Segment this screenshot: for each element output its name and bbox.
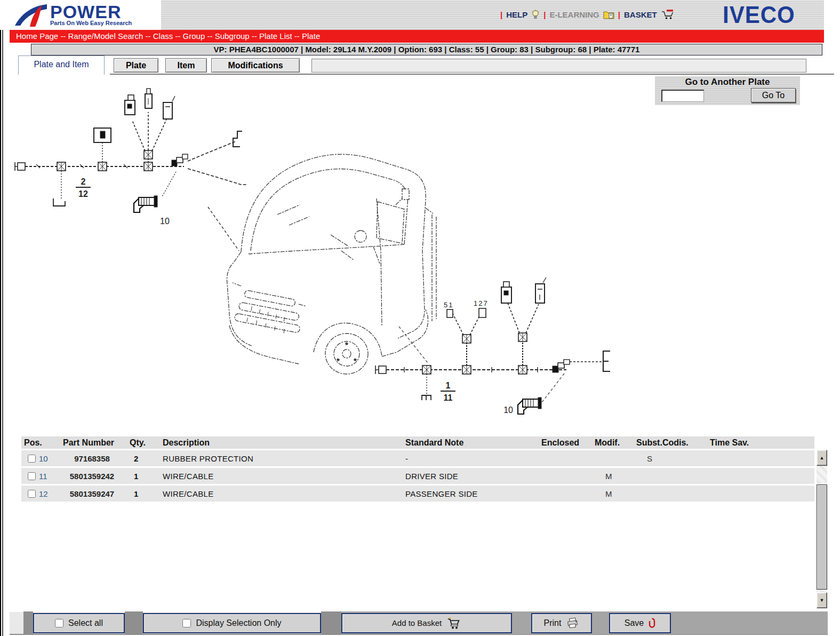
parts-table: Pos. Part Number Qty. Description Standa… [21,436,814,503]
left-fraction-denominator: 12 [78,189,88,198]
col-enclosed: Enclosed [537,438,590,448]
print-label: Print [544,618,562,628]
modif: M [590,489,632,498]
subst-codis: S [632,454,706,463]
power-swoosh-icon [14,3,48,28]
branch-tag-right: 127 [474,299,489,307]
left-harness [15,89,246,251]
power-logo-tagline: Parts On Web Easy Research [50,20,132,26]
select-all-checkbox[interactable] [55,619,63,627]
action-bar-spacer [10,611,23,634]
standard-note: PASSENGER SIDE [401,489,537,498]
scrollbar-thumb[interactable] [817,484,827,590]
save-label: Save [625,618,644,628]
header-links: | HELP | E-LEARNING | BASKET [500,9,675,20]
separator: | [500,10,502,19]
folder-icon [603,10,614,19]
pos-link[interactable]: 11 [39,472,47,481]
row-checkbox[interactable] [28,472,36,480]
branch-tag-left: 51 [444,301,453,309]
basket-link[interactable]: BASKET [624,10,657,19]
action-bar: Select all Display Selection Only Add to… [10,612,828,635]
tab-item[interactable]: Item [165,58,207,73]
left-pos-label: 10 [160,217,170,226]
page: POWER Parts On Web Easy Research | HELP … [0,0,840,636]
col-part-number: Part Number [59,438,125,448]
elearning-link[interactable]: E-LEARNING [549,10,599,19]
add-to-basket-button[interactable]: Add to Basket [341,613,512,633]
right-fraction-denominator: 11 [444,393,453,402]
row-checkbox[interactable] [28,455,36,463]
standard-note: DRIVER SIDE [401,472,537,481]
table-row: 11 5801359242 1 WIRE/CABLE DRIVER SIDE M [21,468,814,484]
col-pos: Pos. [21,438,59,448]
col-time-sav: Time Sav. [706,438,814,448]
left-fraction-numerator: 2 [81,177,86,186]
header: POWER Parts On Web Easy Research | HELP … [0,0,840,30]
display-selection-only-button[interactable]: Display Selection Only [143,613,321,633]
breadcrumb[interactable]: Home Page -- Range/Model Search -- Class… [10,30,824,43]
separator: | [543,10,546,19]
action-bar-band: Add to Basket Print [341,611,828,634]
print-button[interactable]: Print [531,613,592,633]
description: WIRE/CABLE [158,489,401,498]
right-fraction-numerator: 1 [446,381,451,390]
scroll-up-button[interactable]: ▲ [817,450,827,466]
standard-note: - [401,454,537,463]
tab-filler-bar [311,59,806,73]
action-bar-divider [321,611,341,634]
separator: | [618,10,620,19]
scroll-down-button[interactable]: ▼ [817,592,827,608]
right-harness [375,277,610,414]
description: RUBBER PROTECTION [158,454,401,463]
action-bar-divider [125,611,143,634]
power-logo-title: POWER [50,4,132,20]
part-number: 5801359242 [59,472,125,481]
scrollbar-track[interactable] [817,466,827,592]
right-pos-label: 10 [503,406,513,415]
help-link[interactable]: HELP [506,10,527,19]
printer-icon [566,617,579,629]
part-number: 5801359247 [59,489,125,498]
vehicle-info-bar: VP: PHEA4BC1000007 | Model: 29L14 M.Y.20… [31,44,822,55]
tab-plate[interactable]: Plate [114,58,158,73]
qty: 1 [125,489,158,498]
qty: 1 [125,472,158,481]
table-header: Pos. Part Number Qty. Description Standa… [21,436,814,449]
tab-plate-and-item[interactable]: Plate and Item [18,55,105,75]
table-row: 12 5801359247 1 WIRE/CABLE PASSENGER SID… [21,486,814,502]
tab-modifications[interactable]: Modifications [211,58,300,73]
plate-diagram: 2 12 10 [0,75,837,436]
modif: M [590,472,632,481]
select-all-label: Select all [68,618,103,628]
description: WIRE/CABLE [158,472,401,481]
row-checkbox[interactable] [28,490,36,498]
iveco-logo: IVECO [723,2,795,28]
truck-cab-drawing [227,154,437,374]
add-to-basket-label: Add to Basket [392,618,442,627]
cart-icon [446,617,461,629]
qty: 2 [125,454,158,463]
action-bar-divider [23,611,33,634]
display-selection-label: Display Selection Only [196,618,281,628]
select-all-button[interactable]: Select all [33,613,125,633]
cart-icon [661,9,675,20]
paperclip-icon [649,618,655,628]
col-subst-codis: Subst.Codis. [632,438,706,448]
display-selection-checkbox[interactable] [182,619,191,627]
pos-link[interactable]: 12 [39,489,48,498]
col-qty: Qty. [125,438,158,448]
col-description: Description [158,438,401,448]
col-standard-note: Standard Note [401,438,537,448]
table-row: 10 97168358 2 RUBBER PROTECTION - S [21,450,814,466]
lightbulb-icon [531,10,540,20]
col-modif: Modif. [590,438,632,448]
pos-link[interactable]: 10 [39,454,48,463]
table-scrollbar: ▲ ▼ [817,450,827,608]
part-number: 97168358 [59,454,125,463]
power-logo: POWER Parts On Web Easy Research [10,0,161,30]
save-button[interactable]: Save [609,613,671,633]
